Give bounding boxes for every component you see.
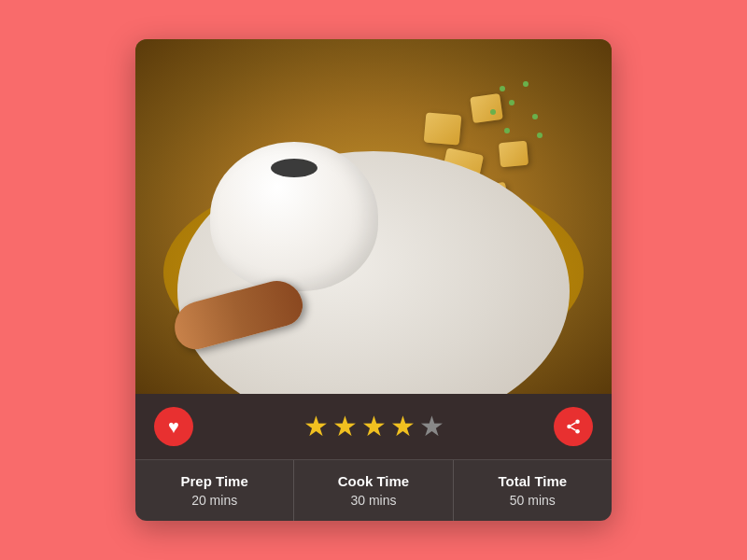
green-dot bbox=[504, 128, 510, 133]
sesame-seeds bbox=[271, 159, 317, 177]
total-time-value: 50 mins bbox=[463, 493, 602, 508]
tofu-chunk bbox=[424, 112, 462, 145]
share-icon bbox=[565, 418, 582, 435]
star-1[interactable]: ★ bbox=[303, 413, 329, 441]
action-bar: ♥ ★ ★ ★ ★ ★ bbox=[135, 394, 612, 459]
green-onions bbox=[481, 77, 556, 151]
green-dot bbox=[509, 100, 514, 105]
green-dot bbox=[523, 81, 529, 87]
svg-point-0 bbox=[575, 420, 580, 425]
svg-point-2 bbox=[575, 429, 580, 434]
svg-point-1 bbox=[567, 425, 571, 429]
cook-time-label: Cook Time bbox=[303, 473, 443, 489]
cook-time-stat: Cook Time 30 mins bbox=[294, 460, 453, 521]
rice-mound bbox=[210, 142, 378, 291]
total-time-stat: Total Time 50 mins bbox=[454, 460, 612, 521]
star-5[interactable]: ★ bbox=[419, 413, 444, 441]
share-button[interactable] bbox=[554, 407, 593, 446]
green-dot bbox=[532, 114, 538, 119]
cook-time-value: 30 mins bbox=[303, 493, 443, 508]
favorite-button[interactable]: ♥ bbox=[154, 407, 193, 446]
prep-time-stat: Prep Time 20 mins bbox=[135, 460, 294, 521]
star-2[interactable]: ★ bbox=[332, 413, 358, 441]
svg-line-4 bbox=[571, 423, 575, 426]
star-3[interactable]: ★ bbox=[361, 413, 387, 441]
green-dot bbox=[490, 109, 496, 115]
recipe-image bbox=[135, 39, 612, 394]
star-4[interactable]: ★ bbox=[390, 413, 416, 441]
stats-bar: Prep Time 20 mins Cook Time 30 mins Tota… bbox=[135, 459, 612, 521]
total-time-label: Total Time bbox=[463, 473, 602, 489]
heart-icon: ♥ bbox=[168, 416, 179, 438]
green-dot bbox=[500, 86, 505, 91]
prep-time-label: Prep Time bbox=[145, 473, 284, 489]
rating-stars: ★ ★ ★ ★ ★ bbox=[303, 413, 444, 441]
svg-line-3 bbox=[571, 427, 575, 430]
prep-time-value: 20 mins bbox=[145, 493, 284, 508]
recipe-card: ♥ ★ ★ ★ ★ ★ Prep Time 20 mins Cook Time bbox=[135, 39, 612, 521]
green-dot bbox=[537, 133, 543, 138]
